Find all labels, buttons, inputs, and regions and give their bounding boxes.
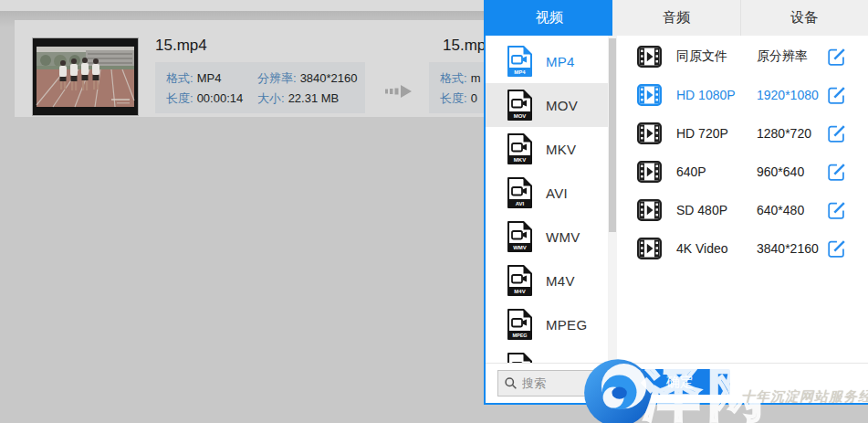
- svg-text:MP4: MP4: [514, 69, 526, 75]
- size-label: 大小:: [257, 91, 285, 105]
- svg-text:M4V: M4V: [514, 289, 525, 294]
- format-value: MP4: [197, 71, 222, 85]
- convert-arrow-icon: [385, 82, 413, 100]
- file-type-icon: [507, 353, 532, 363]
- svg-text:MPEG: MPEG: [512, 333, 527, 338]
- file-type-icon: M4V: [507, 265, 532, 296]
- format-item-mp4[interactable]: MP4 MP4: [486, 39, 608, 83]
- svg-text:MOV: MOV: [514, 113, 527, 119]
- edit-preset-icon[interactable]: [827, 124, 846, 143]
- duration-value: 00:00:14: [197, 91, 244, 105]
- preset-4k-video[interactable]: 4K Video 3840*2160: [617, 229, 868, 268]
- target-duration-value: 0: [471, 91, 477, 105]
- format-item-mpeg[interactable]: MPEG MPEG: [486, 302, 608, 346]
- preset-hd-1080p[interactable]: HD 1080P 1920*1080: [617, 76, 868, 114]
- search-icon: [504, 376, 518, 390]
- film-icon: [637, 122, 662, 144]
- film-icon: [637, 199, 662, 221]
- tab-device[interactable]: 设备: [740, 0, 868, 36]
- target-duration-label: 长度:: [440, 91, 467, 105]
- scrollbar-thumb[interactable]: [609, 38, 616, 232]
- file-type-icon: MKV: [507, 133, 532, 164]
- preset-resolution: 1920*1080: [757, 88, 827, 102]
- tab-audio[interactable]: 音频: [612, 0, 739, 36]
- search-box[interactable]: [497, 370, 617, 397]
- format-item-label: WMV: [546, 229, 580, 245]
- video-thumbnail: [32, 37, 139, 116]
- resolution-label: 分辨率:: [257, 71, 297, 85]
- film-icon: [637, 238, 662, 259]
- preset-name: SD 480P: [676, 203, 757, 217]
- format-item-label: MKV: [546, 142, 576, 157]
- preset-name: HD 1080P: [676, 88, 757, 102]
- popup-tabs: 视频 音频 设备: [486, 0, 868, 36]
- edit-preset-icon[interactable]: [827, 201, 846, 220]
- file-type-icon: WMV: [507, 221, 532, 252]
- film-icon: [637, 84, 662, 106]
- search-input[interactable]: [522, 376, 604, 390]
- svg-text:MKV: MKV: [514, 157, 526, 163]
- format-item-avi[interactable]: AVI AVI: [486, 171, 608, 215]
- format-item-partial[interactable]: [486, 346, 608, 363]
- preset-resolution: 3840*2160: [757, 241, 827, 256]
- format-list: MP4 MP4 MOV MOV MKV MKV AVI AVI WMV WMV …: [486, 36, 608, 363]
- preset-resolution: 1280*720: [757, 126, 827, 141]
- format-item-label: MOV: [546, 98, 578, 113]
- file-type-icon: AVI: [507, 177, 532, 208]
- preset-sd-480p[interactable]: SD 480P 640*480: [617, 191, 868, 229]
- format-item-label: MP4: [546, 54, 575, 69]
- target-format-value: m: [471, 71, 481, 85]
- format-label: 格式:: [166, 71, 193, 85]
- preset-name: 同原文件: [676, 48, 757, 65]
- preset-resolution: 960*640: [757, 164, 827, 179]
- confirm-button[interactable]: 确定: [630, 369, 730, 395]
- edit-preset-icon[interactable]: [827, 48, 846, 67]
- preset-resolution: 原分辨率: [757, 48, 827, 65]
- file-type-icon: MOV: [507, 90, 532, 121]
- preset-name: 640P: [676, 164, 757, 179]
- format-list-scrollbar[interactable]: [608, 36, 617, 363]
- source-file-title: 15.mp4: [155, 37, 207, 55]
- duration-label: 长度:: [166, 91, 193, 105]
- svg-text:WMV: WMV: [513, 245, 527, 250]
- format-item-label: M4V: [546, 273, 575, 289]
- edit-preset-icon[interactable]: [827, 86, 846, 105]
- film-icon: [637, 46, 662, 68]
- format-item-label: MPEG: [546, 317, 587, 333]
- resolution-value: 3840*2160: [300, 71, 358, 85]
- preset-resolution: 640*480: [757, 203, 827, 217]
- format-item-mkv[interactable]: MKV MKV: [486, 127, 608, 171]
- file-type-icon: MP4: [507, 46, 532, 77]
- target-format-label: 格式:: [440, 71, 467, 85]
- target-file-title: 15.mp: [443, 37, 486, 55]
- preset-panel: 同原文件 原分辨率 HD 1080P 1920*1080 HD 720P 128…: [617, 36, 868, 363]
- film-icon: [637, 161, 662, 183]
- format-item-label: AVI: [546, 185, 568, 201]
- size-value: 22.31 MB: [288, 91, 340, 105]
- format-item-mov[interactable]: MOV MOV: [486, 83, 608, 127]
- tab-video[interactable]: 视频: [486, 0, 612, 36]
- format-item-m4v[interactable]: M4V M4V: [486, 259, 608, 302]
- preset-name: 4K Video: [676, 241, 757, 256]
- format-item-wmv[interactable]: WMV WMV: [486, 215, 608, 259]
- edit-preset-icon[interactable]: [827, 239, 846, 259]
- edit-preset-icon[interactable]: [827, 163, 846, 182]
- preset-name: HD 720P: [676, 126, 757, 141]
- popup-bottom-bar: 确定: [486, 363, 868, 403]
- preset-same-as-source[interactable]: 同原文件 原分辨率: [617, 37, 868, 76]
- preset-640p[interactable]: 640P 960*640: [617, 153, 868, 191]
- svg-text:AVI: AVI: [516, 201, 525, 206]
- file-type-icon: MPEG: [507, 309, 532, 340]
- output-format-popup: 视频 音频 设备 MP4 MP4 MOV MOV MKV MKV AVI AVI…: [484, 0, 868, 405]
- source-info-box: 格式:MP4 分辨率:3840*2160 长度:00:00:14 大小:22.3…: [155, 62, 365, 113]
- preset-hd-720p[interactable]: HD 720P 1280*720: [617, 114, 868, 153]
